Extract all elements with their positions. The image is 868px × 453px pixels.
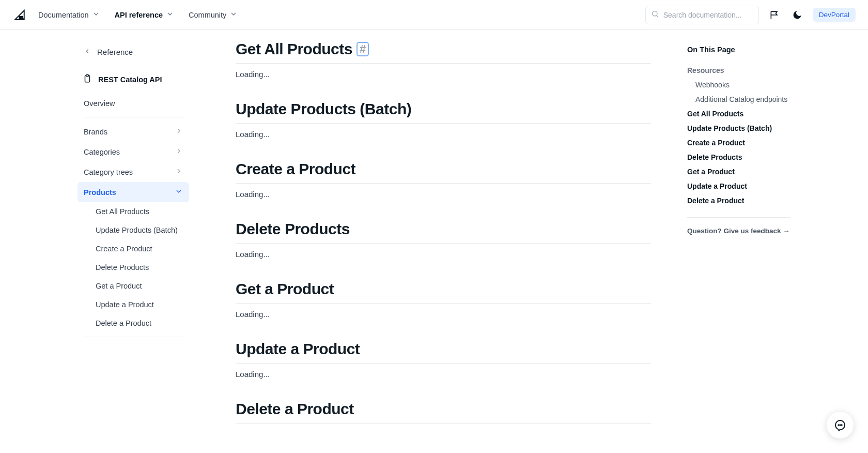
- toc-link-additional-catalog-endpoints[interactable]: Additional Catalog endpoints: [687, 92, 791, 107]
- sidebar-item-products[interactable]: Products: [78, 182, 189, 202]
- section-get-a-product: Get a Product Loading...: [236, 280, 651, 319]
- loading-text: Loading...: [236, 130, 651, 139]
- sidebar-item-label: Overview: [84, 99, 115, 108]
- back-link[interactable]: Reference: [78, 42, 189, 62]
- section-get-all-products: Get All Products # Loading...: [236, 40, 651, 79]
- sidebar-sub-delete-products[interactable]: Delete Products: [89, 258, 189, 277]
- chevron-right-icon: [175, 127, 183, 137]
- heading-text: Get a Product: [236, 280, 334, 298]
- heading-text: Create a Product: [236, 160, 355, 178]
- loading-text: Loading...: [236, 250, 651, 259]
- chevron-down-icon: [166, 10, 174, 20]
- clipboard-icon: [83, 74, 92, 85]
- sidebar-item-label: Products: [84, 188, 116, 197]
- section-heading: Delete a Product: [236, 400, 651, 424]
- nav-label: Community: [189, 11, 226, 19]
- section-heading: Get a Product: [236, 280, 651, 304]
- svg-rect-3: [86, 75, 89, 77]
- section-update-a-product: Update a Product Loading...: [236, 340, 651, 379]
- svg-point-9: [841, 425, 842, 426]
- toc-link-update-a-product[interactable]: Update a Product: [687, 179, 791, 193]
- nav-api-reference[interactable]: API reference: [115, 10, 175, 20]
- sidebar-item-label: Brands: [84, 128, 107, 136]
- nav-community[interactable]: Community: [189, 10, 238, 20]
- section-heading: Update a Product: [236, 340, 651, 364]
- nav-label: API reference: [115, 11, 163, 19]
- header: Documentation API reference Community De…: [0, 0, 868, 30]
- sidebar-overview[interactable]: Overview: [78, 94, 189, 113]
- section-update-products-batch: Update Products (Batch) Loading...: [236, 100, 651, 139]
- heading-text: Update a Product: [236, 340, 360, 358]
- devportal-button[interactable]: DevPortal: [813, 8, 856, 22]
- api-title-label: REST Catalog API: [98, 76, 162, 84]
- sidebar-item-categories[interactable]: Categories: [78, 142, 189, 162]
- svg-point-0: [652, 11, 657, 16]
- search-input[interactable]: [663, 11, 753, 19]
- toc-title: On This Page: [687, 46, 791, 54]
- toc-link-get-a-product[interactable]: Get a Product: [687, 164, 791, 179]
- chevron-down-icon: [175, 187, 183, 197]
- divider: [84, 337, 183, 337]
- sidebar-item-label: Categories: [84, 148, 120, 156]
- sidebar-sub-create-a-product[interactable]: Create a Product: [89, 239, 189, 258]
- chevron-down-icon: [92, 10, 100, 20]
- toc-link-create-a-product[interactable]: Create a Product: [687, 135, 791, 150]
- page-container: Reference REST Catalog API Overview Bran…: [72, 30, 796, 453]
- chevron-right-icon: [175, 167, 183, 177]
- divider: [84, 117, 183, 117]
- section-heading: Update Products (Batch): [236, 100, 651, 124]
- top-nav: Documentation API reference Community: [38, 10, 238, 20]
- sidebar-sub-get-all-products[interactable]: Get All Products: [89, 202, 189, 221]
- api-title: REST Catalog API: [78, 74, 189, 85]
- heading-text: Delete a Product: [236, 400, 354, 418]
- section-create-a-product: Create a Product Loading...: [236, 160, 651, 199]
- loading-text: Loading...: [236, 70, 651, 79]
- heading-text: Update Products (Batch): [236, 100, 411, 118]
- section-heading: Delete Products: [236, 220, 651, 244]
- toc-link-update-products-batch[interactable]: Update Products (Batch): [687, 121, 791, 135]
- search-box[interactable]: [645, 6, 759, 24]
- sidebar-item-brands[interactable]: Brands: [78, 122, 189, 142]
- sidebar-sub-delete-a-product[interactable]: Delete a Product: [89, 314, 189, 333]
- sidebar-sublist: Get All Products Update Products (Batch)…: [85, 202, 189, 333]
- chevron-right-icon: [175, 147, 183, 157]
- toc-link-webhooks[interactable]: Webhooks: [687, 78, 791, 92]
- sidebar-item-label: Category trees: [84, 168, 133, 176]
- anchor-hash-icon[interactable]: #: [357, 42, 369, 56]
- moon-icon[interactable]: [790, 8, 804, 22]
- heading-text: Get All Products: [236, 40, 352, 58]
- feedback-link[interactable]: Question? Give us feedback →: [687, 227, 791, 235]
- toc-link-delete-a-product[interactable]: Delete a Product: [687, 193, 791, 208]
- header-right: DevPortal: [645, 6, 856, 24]
- divider: [687, 217, 791, 218]
- svg-point-8: [840, 425, 841, 426]
- chevron-down-icon: [229, 10, 238, 20]
- section-delete-products: Delete Products Loading...: [236, 220, 651, 259]
- sidebar-sub-update-products-batch[interactable]: Update Products (Batch): [89, 221, 189, 239]
- sidebar-sub-get-a-product[interactable]: Get a Product: [89, 277, 189, 295]
- nav-documentation[interactable]: Documentation: [38, 10, 100, 20]
- flag-icon[interactable]: [767, 8, 782, 22]
- section-delete-a-product: Delete a Product: [236, 400, 651, 424]
- sidebar: Reference REST Catalog API Overview Bran…: [72, 30, 194, 453]
- table-of-contents: On This Page Resources Webhooks Addition…: [672, 30, 796, 453]
- svg-line-1: [657, 16, 658, 17]
- search-icon: [651, 10, 663, 20]
- sidebar-item-category-trees[interactable]: Category trees: [78, 162, 189, 182]
- loading-text: Loading...: [236, 310, 651, 319]
- loading-text: Loading...: [236, 190, 651, 199]
- section-heading: Get All Products #: [236, 40, 651, 64]
- toc-link-resources[interactable]: Resources: [687, 63, 791, 78]
- svg-point-7: [838, 425, 839, 426]
- toc-link-delete-products[interactable]: Delete Products: [687, 150, 791, 164]
- chevron-left-icon: [84, 48, 91, 56]
- logo[interactable]: [12, 8, 27, 22]
- toc-link-get-all-products[interactable]: Get All Products: [687, 107, 791, 121]
- loading-text: Loading...: [236, 370, 651, 379]
- back-label: Reference: [97, 48, 133, 56]
- sidebar-sub-update-a-product[interactable]: Update a Product: [89, 295, 189, 314]
- nav-label: Documentation: [38, 11, 89, 19]
- main-content: Get All Products # Loading... Update Pro…: [194, 30, 672, 453]
- section-heading: Create a Product: [236, 160, 651, 184]
- chat-button[interactable]: [827, 412, 854, 439]
